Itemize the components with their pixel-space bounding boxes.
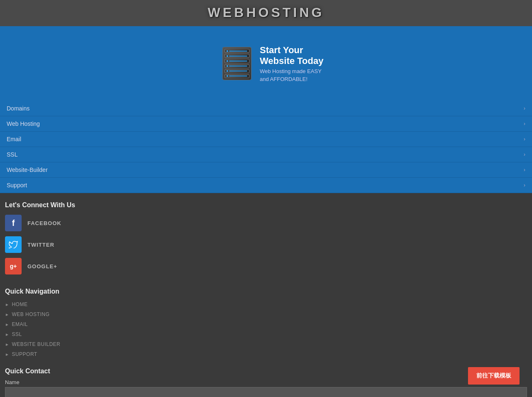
main-nav: Domains › Web Hosting › Email › SSL › We… xyxy=(0,101,532,193)
google-item[interactable]: g+ GOOGLE+ xyxy=(5,258,527,274)
banner-right: Start YourWebsite Today Web Hosting made… xyxy=(214,26,532,101)
name-input[interactable] xyxy=(5,387,527,397)
quick-nav-home-label: HOME xyxy=(12,301,27,307)
banner-start: Start xyxy=(260,45,281,55)
chevron-icon-support: › xyxy=(524,182,525,188)
page-header: WEBHOSTING xyxy=(0,0,532,26)
banner-text: Start YourWebsite Today Web Hosting made… xyxy=(260,45,323,82)
nav-item-webhosting[interactable]: Web Hosting › xyxy=(0,116,532,132)
quick-nav-ssl-label: SSL xyxy=(12,331,22,337)
banner-area: Start YourWebsite Today Web Hosting made… xyxy=(0,26,532,101)
nav-item-website-builder[interactable]: Website-Builder › xyxy=(0,162,532,178)
quick-nav-website-builder-label: WEBSITE BUILDER xyxy=(12,341,60,347)
chevron-icon-webhosting: › xyxy=(524,121,525,127)
twitter-item[interactable]: TWITTER xyxy=(5,236,527,253)
banner-subtext1: Web Hosting made EASY xyxy=(260,68,323,74)
quick-nav-webhosting-label: WEB HOSTING xyxy=(12,311,49,317)
chevron-icon-ssl: › xyxy=(524,152,525,157)
google-label: GOOGLE+ xyxy=(27,263,57,270)
arrow-icon-home: ► xyxy=(5,302,9,307)
chevron-icon-domains: › xyxy=(524,105,525,111)
facebook-item[interactable]: f FACEBOOK xyxy=(5,215,527,231)
quick-contact-section: Quick Contact Name Email Comment xyxy=(0,368,532,397)
quick-navigation-title: Quick Navigation xyxy=(5,288,527,295)
banner-subtext2: and AFFORDABLE! xyxy=(260,76,323,82)
connect-title: Let's Connect With Us xyxy=(5,201,527,209)
twitter-icon xyxy=(5,236,22,253)
quick-nav-email-label: EMAIL xyxy=(12,321,28,327)
nav-item-ssl[interactable]: SSL › xyxy=(0,147,532,162)
banner-headline: Start YourWebsite Today xyxy=(260,45,323,66)
quick-nav-home[interactable]: ► HOME xyxy=(5,299,527,309)
quick-nav-support[interactable]: ► SUPPORT xyxy=(5,349,527,359)
nav-item-domains[interactable]: Domains › xyxy=(0,101,532,116)
nav-label-ssl: SSL xyxy=(7,151,17,158)
facebook-label: FACEBOOK xyxy=(27,220,62,226)
quick-nav-ssl[interactable]: ► SSL xyxy=(5,329,527,339)
arrow-icon-ssl: ► xyxy=(5,332,9,337)
google-icon: g+ xyxy=(5,258,22,274)
name-label: Name xyxy=(5,379,527,385)
nav-item-email[interactable]: Email › xyxy=(0,132,532,147)
facebook-icon: f xyxy=(5,215,22,231)
quick-contact-title: Quick Contact xyxy=(5,368,527,375)
connect-section: Let's Connect With Us f FACEBOOK TWITTER… xyxy=(0,193,532,288)
arrow-icon-webhosting: ► xyxy=(5,312,9,317)
chevron-icon-website-builder: › xyxy=(524,167,525,173)
quick-nav-email[interactable]: ► EMAIL xyxy=(5,319,527,329)
arrow-icon-support: ► xyxy=(5,352,9,357)
quick-navigation-section: Quick Navigation ► HOME ► WEB HOSTING ► … xyxy=(0,288,532,368)
chevron-icon-email: › xyxy=(524,136,525,142)
twitter-label: TWITTER xyxy=(27,242,54,248)
banner-content: Start YourWebsite Today Web Hosting made… xyxy=(222,45,323,82)
nav-label-webhosting: Web Hosting xyxy=(7,120,40,127)
nav-label-email: Email xyxy=(7,136,21,142)
nav-item-support[interactable]: Support › xyxy=(0,178,532,193)
quick-nav-support-label: SUPPORT xyxy=(12,351,37,357)
site-title: WEBHOSTING xyxy=(208,5,324,20)
download-button[interactable]: 前往下载模板 xyxy=(468,367,520,385)
server-rack-icon xyxy=(222,47,251,80)
banner-left xyxy=(0,26,214,101)
quick-nav-website-builder[interactable]: ► WEBSITE BUILDER xyxy=(5,339,527,349)
nav-label-website-builder: Website-Builder xyxy=(7,167,48,173)
arrow-icon-email: ► xyxy=(5,322,9,327)
nav-label-domains: Domains xyxy=(7,105,30,112)
nav-label-support: Support xyxy=(7,182,27,189)
arrow-icon-website-builder: ► xyxy=(5,342,9,347)
quick-nav-webhosting[interactable]: ► WEB HOSTING xyxy=(5,309,527,319)
